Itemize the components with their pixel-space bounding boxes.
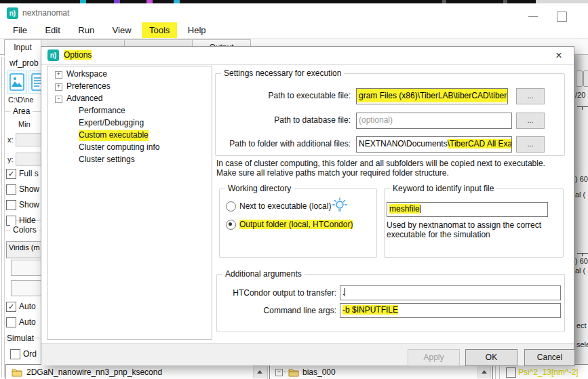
- axis-text-fragment: al (: [575, 266, 585, 275]
- color-button-2[interactable]: [11, 280, 42, 296]
- output-tree-item[interactable]: bias_000: [302, 367, 336, 377]
- output-tree-panel: − bias_000: [269, 364, 493, 379]
- output-folder-label: Output folder (local, HTCondor): [239, 220, 353, 229]
- expand-icon[interactable]: +: [55, 71, 62, 79]
- folder-path-input[interactable]: NEXTNANO\Documents\TiberCAD All Examples: [356, 136, 512, 153]
- db-path-input[interactable]: (optional): [356, 113, 512, 129]
- splitter[interactable]: [499, 365, 500, 379]
- tree-item-cluster-computing-info[interactable]: Cluster computing info: [79, 142, 159, 153]
- picture-icon: [9, 73, 24, 91]
- full-size-label: Full s: [19, 169, 39, 178]
- splitter[interactable]: [1, 57, 2, 377]
- tree-item-expert-debugging[interactable]: Expert/Debugging: [79, 118, 144, 129]
- folder-icon: [288, 367, 299, 379]
- sidebar-doc-tab[interactable]: wf_prob: [9, 58, 39, 68]
- options-tree: + Workspace + Preferences - Advanced Per…: [47, 66, 212, 340]
- page-indicator-fragment: /20: [575, 91, 585, 99]
- area-group-title: Area: [10, 106, 33, 116]
- toolbar-button-fragment: [583, 71, 588, 87]
- ok-button[interactable]: OK: [465, 349, 517, 366]
- dataset-checkbox[interactable]: [506, 367, 516, 378]
- exe-browse-button[interactable]: ...: [516, 88, 545, 104]
- expand-icon[interactable]: +: [55, 83, 62, 91]
- collapse-icon[interactable]: −: [275, 369, 283, 376]
- tree-item-workspace[interactable]: Workspace: [66, 69, 107, 80]
- axis-fragment: [582, 253, 583, 256]
- auto-checkbox-2[interactable]: [6, 317, 16, 327]
- dialog-app-icon: n): [47, 49, 59, 61]
- hide-checkbox[interactable]: [6, 216, 16, 226]
- menu-view[interactable]: View: [105, 22, 139, 38]
- command-line-args-input[interactable]: -b $INPUTFILE: [340, 303, 561, 318]
- show-label-1: Show: [19, 184, 39, 194]
- file-list-item[interactable]: 2DGaN_nanowire_nn3_pnp_ksecond: [26, 367, 162, 377]
- tree-item-preferences[interactable]: Preferences: [66, 81, 111, 92]
- keyword-value: meshfile: [389, 204, 420, 214]
- collapse-icon[interactable]: -: [55, 96, 62, 103]
- color-button-1[interactable]: [11, 260, 42, 276]
- full-size-checkbox[interactable]: ✓: [6, 169, 16, 179]
- dialog-titlebar: n) Options ×: [41, 47, 574, 65]
- tree-item-performance[interactable]: Performance: [79, 106, 125, 117]
- splitter[interactable]: [495, 365, 496, 379]
- additional-arguments-title: Additional arguments: [222, 269, 305, 279]
- keyword-caption-line2: executable for the simulation: [387, 230, 490, 239]
- tree-item-custom-executable[interactable]: Custom executable: [79, 130, 149, 141]
- dialog-title: Options: [64, 50, 92, 60]
- cluster-note-line1: In case of cluster computing, this folde…: [216, 159, 545, 168]
- scroll-up-button[interactable]: [477, 365, 491, 378]
- folder-path-value-plain: NEXTNANO\Documents: [359, 139, 448, 148]
- auto-checkbox-1[interactable]: ✓: [6, 302, 16, 312]
- menu-edit[interactable]: Edit: [37, 22, 67, 38]
- splitter[interactable]: [267, 365, 268, 379]
- window-title: nextnanomat: [22, 8, 69, 18]
- text-caret: [420, 205, 420, 213]
- order-checkbox[interactable]: [10, 349, 20, 359]
- text-caret: [345, 288, 345, 296]
- app-logo-icon: n): [7, 7, 18, 19]
- exe-path-value: gram Files (x86)\TiberLAB\tiberCAD\tiber…: [357, 89, 507, 102]
- simulation-label: Simulat: [7, 334, 34, 343]
- cancel-button[interactable]: Cancel: [524, 349, 575, 366]
- close-icon[interactable]: ×: [548, 47, 570, 64]
- options-dialog: n) Options × + Workspace + Preferences -…: [41, 46, 574, 364]
- db-browse-button[interactable]: ...: [516, 113, 545, 129]
- next-to-executable-radio[interactable]: [226, 201, 236, 212]
- output-folder-radio[interactable]: [226, 220, 236, 230]
- axis-text-fragment: ) 60: [575, 175, 588, 183]
- folder-browse-button[interactable]: ...: [516, 136, 545, 153]
- htcondor-output-input[interactable]: .: [340, 285, 561, 300]
- cluster-note-line2: Make sure all relative paths match your …: [216, 168, 449, 178]
- dataset-list-panel: Psi^2_13[nm^-2]: [502, 364, 588, 379]
- x-min-input[interactable]: [16, 133, 42, 146]
- dataset-item[interactable]: Psi^2_13[nm^-2]: [518, 367, 579, 377]
- menu-run[interactable]: Run: [71, 22, 102, 38]
- maximize-icon[interactable]: [557, 12, 567, 22]
- y-min-input[interactable]: [16, 153, 42, 166]
- apply-button[interactable]: Apply: [408, 349, 460, 366]
- show-checkbox-1[interactable]: [6, 184, 16, 195]
- lightbulb-icon: [332, 197, 348, 216]
- background-content-zone: [574, 55, 588, 364]
- auto-label-2: Auto: [19, 317, 36, 327]
- screen: n) nextnanomat File Edit Run View Tools …: [0, 0, 588, 379]
- command-line-args-value: -b $INPUTFILE: [342, 305, 398, 315]
- tree-item-cluster-settings[interactable]: Cluster settings: [79, 155, 135, 165]
- radio-dot: [229, 222, 232, 226]
- image-view-button[interactable]: [7, 71, 27, 94]
- keyword-caption-line1: Used by nextnanomat to assign the correc…: [387, 220, 541, 230]
- text-fragment: ect: [576, 321, 587, 330]
- tree-item-advanced[interactable]: Advanced: [66, 94, 102, 104]
- menu-help[interactable]: Help: [180, 22, 214, 38]
- menu-bar: File Edit Run View Tools Help: [0, 22, 588, 39]
- file-list-panel: 2DGaN_nanowire_nn3_pnp_ksecond: [5, 364, 268, 379]
- axis-fragment: [577, 106, 588, 107]
- menu-file[interactable]: File: [5, 22, 35, 38]
- keyword-input[interactable]: meshfile: [387, 202, 548, 217]
- show-checkbox-2[interactable]: [6, 200, 16, 210]
- tab-input[interactable]: Input: [4, 39, 41, 56]
- minimize-icon[interactable]: [528, 16, 538, 17]
- exe-path-input[interactable]: gram Files (x86)\TiberLAB\tiberCAD\tiber…: [356, 88, 508, 104]
- scroll-up-button[interactable]: [253, 365, 267, 378]
- menu-tools[interactable]: Tools: [142, 22, 177, 38]
